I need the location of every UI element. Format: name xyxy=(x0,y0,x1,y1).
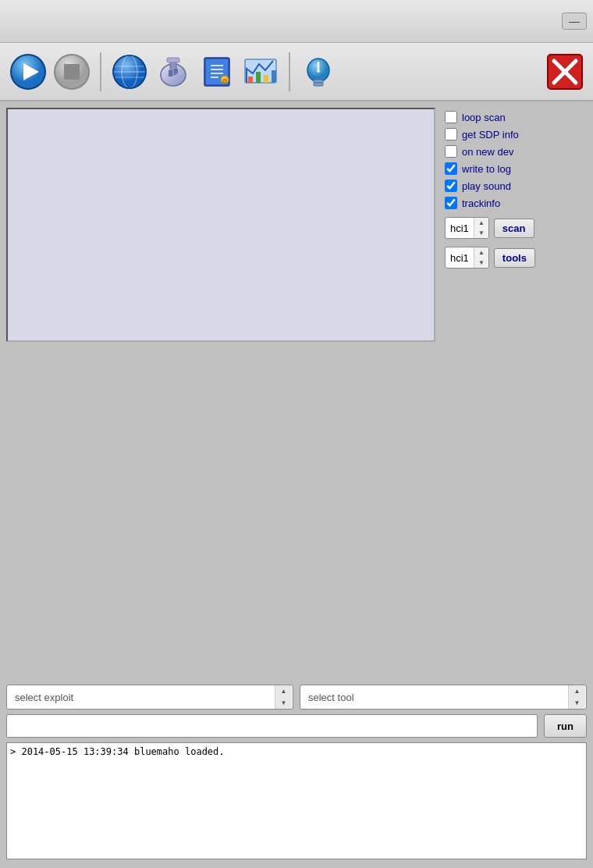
play-sound-option[interactable]: play sound xyxy=(445,180,579,192)
globe-icon xyxy=(111,53,148,91)
tools-hci-value: hci1 xyxy=(446,252,474,264)
book-icon: @ xyxy=(198,53,236,91)
exploit-tool-row: select exploit ▲ ▼ select tool ▲ ▼ xyxy=(6,685,587,710)
tools-hci-arrows[interactable]: ▲ ▼ xyxy=(474,247,488,268)
tool-select-wrapper[interactable]: select tool ▲ ▼ xyxy=(300,685,587,710)
run-row: run xyxy=(6,714,587,738)
globe-button[interactable] xyxy=(109,52,150,92)
write-to-log-label: write to log xyxy=(462,163,511,175)
scan-row: hci1 ▲ ▼ scan xyxy=(445,217,579,239)
get-sdp-label: get SDP info xyxy=(462,129,519,141)
toolbar-separator-2 xyxy=(289,52,290,91)
log-output[interactable] xyxy=(6,742,587,859)
on-new-dev-label: on new dev xyxy=(462,146,514,158)
scan-hci-up-arrow[interactable]: ▲ xyxy=(474,218,488,228)
bottom-section: select exploit ▲ ▼ select tool ▲ ▼ run xyxy=(0,678,593,868)
svg-rect-27 xyxy=(272,70,276,83)
play-sound-label: play sound xyxy=(462,180,511,192)
play-button[interactable] xyxy=(8,52,48,92)
tools-button[interactable]: tools xyxy=(494,248,535,268)
scan-hci-down-arrow[interactable]: ▼ xyxy=(474,228,488,238)
loop-scan-option[interactable]: loop scan xyxy=(445,111,579,123)
minimize-button[interactable]: — xyxy=(562,12,587,30)
svg-rect-24 xyxy=(248,76,253,83)
svg-text:@: @ xyxy=(222,78,227,84)
svg-point-32 xyxy=(317,69,320,73)
select-tool[interactable]: select tool xyxy=(300,685,587,710)
toolbar: @ xyxy=(0,43,593,101)
run-button[interactable]: run xyxy=(544,714,587,738)
chart-button[interactable] xyxy=(240,52,281,92)
svg-rect-29 xyxy=(314,80,323,83)
get-sdp-option[interactable]: get SDP info xyxy=(445,128,579,141)
chart-icon xyxy=(242,53,279,91)
options-panel: loop scan get SDP info on new dev write … xyxy=(442,108,582,342)
trackinfo-checkbox[interactable] xyxy=(445,197,457,209)
tools-hci-spinner[interactable]: hci1 ▲ ▼ xyxy=(445,247,489,269)
scan-hci-spinner[interactable]: hci1 ▲ ▼ xyxy=(445,217,489,239)
usb-button[interactable] xyxy=(153,52,194,92)
main-content: loop scan get SDP info on new dev write … xyxy=(0,101,593,348)
tools-hci-down-arrow[interactable]: ▼ xyxy=(474,258,488,268)
svg-rect-26 xyxy=(264,75,268,83)
play-sound-checkbox[interactable] xyxy=(445,180,457,192)
svg-rect-12 xyxy=(167,58,179,62)
close-icon xyxy=(546,53,584,91)
write-to-log-checkbox[interactable] xyxy=(445,162,457,175)
bulb-button[interactable] xyxy=(298,52,339,92)
tools-row: hci1 ▲ ▼ tools xyxy=(445,247,579,269)
toolbar-separator-1 xyxy=(100,52,101,91)
svg-rect-13 xyxy=(169,70,172,76)
on-new-dev-checkbox[interactable] xyxy=(445,145,457,158)
book-button[interactable]: @ xyxy=(197,52,237,92)
loop-scan-label: loop scan xyxy=(462,112,506,123)
trackinfo-option[interactable]: trackinfo xyxy=(445,197,579,209)
scan-results-panel xyxy=(6,108,435,342)
scan-hci-arrows[interactable]: ▲ ▼ xyxy=(474,218,488,238)
run-input[interactable] xyxy=(6,714,538,738)
trackinfo-label: trackinfo xyxy=(462,197,500,209)
write-to-log-option[interactable]: write to log xyxy=(445,162,579,175)
play-icon xyxy=(9,53,47,91)
title-bar: — xyxy=(0,0,593,43)
scan-hci-value: hci1 xyxy=(446,222,474,234)
usb-icon xyxy=(154,53,192,91)
tools-hci-up-arrow[interactable]: ▲ xyxy=(474,247,488,258)
svg-rect-30 xyxy=(314,83,323,86)
close-button[interactable] xyxy=(545,52,585,92)
exploit-select-wrapper[interactable]: select exploit ▲ ▼ xyxy=(6,685,293,710)
stop-icon xyxy=(53,53,91,91)
scan-button[interactable]: scan xyxy=(494,219,534,238)
loop-scan-checkbox[interactable] xyxy=(445,111,457,123)
get-sdp-checkbox[interactable] xyxy=(445,128,457,141)
svg-rect-14 xyxy=(174,69,178,73)
on-new-dev-option[interactable]: on new dev xyxy=(445,145,579,158)
stop-button[interactable] xyxy=(51,52,92,92)
bulb-icon xyxy=(300,53,337,91)
svg-rect-3 xyxy=(64,64,80,80)
select-exploit[interactable]: select exploit xyxy=(6,685,293,710)
svg-rect-25 xyxy=(256,72,261,83)
